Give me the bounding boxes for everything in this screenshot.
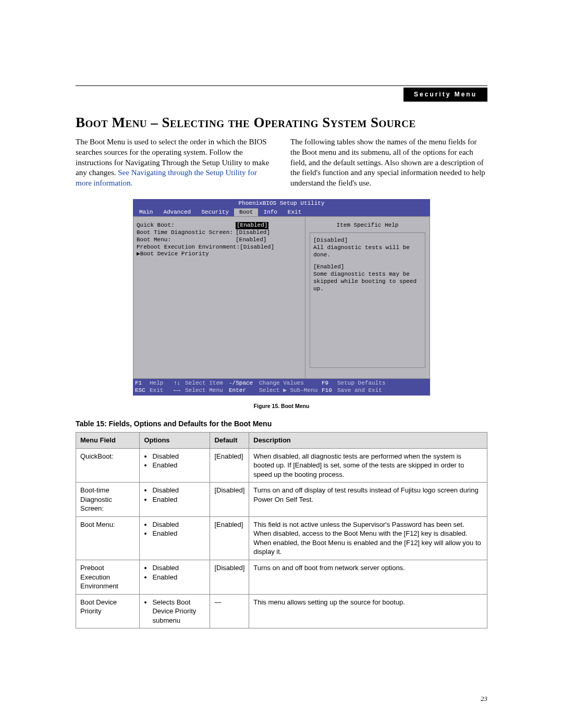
bios-help-text: All diagnostic tests will be done. <box>313 244 422 259</box>
key-label: F1 <box>135 380 150 387</box>
key-action: Select ▶ Sub-Menu <box>259 387 322 394</box>
th-menu-field: Menu Field <box>76 432 140 448</box>
bios-title: PhoenixBIOS Setup Utility <box>133 199 430 208</box>
cell-description: This menu allows setting up the source f… <box>249 594 487 628</box>
key-action: Setup Defaults <box>337 380 428 387</box>
key-action: Save and Exit <box>337 387 428 394</box>
bios-item-label: Boot Time Diagnostic Screen: <box>137 229 236 237</box>
intro-col2-text: The following tables show the names of t… <box>290 138 485 187</box>
cell-options: DisabledEnabled <box>140 448 210 483</box>
cell-default: [Enabled] <box>210 448 249 483</box>
cell-default: [Disabled] <box>210 560 249 595</box>
cell-options: DisabledEnabled <box>140 483 210 517</box>
cell-options: DisabledEnabled <box>140 516 210 560</box>
bios-tab-advanced[interactable]: Advanced <box>158 208 196 217</box>
bios-help-title: Item Specific Help <box>310 222 425 229</box>
cell-description: Turns on and off boot from network serve… <box>249 560 487 595</box>
bios-item[interactable]: Quick Boot: [Enabled] <box>137 222 302 229</box>
bios-item[interactable]: Boot Time Diagnostic Screen: [Disabled] <box>137 229 302 237</box>
bios-tab-exit[interactable]: Exit <box>283 208 307 217</box>
th-options: Options <box>140 432 210 448</box>
key-label: Enter <box>229 387 259 394</box>
bios-item-label: Preboot Execution Environment: <box>137 244 240 251</box>
table-row: Boot Device PrioritySelects Boot Device … <box>76 594 487 628</box>
cell-default: [Disabled] <box>210 483 249 517</box>
table-caption: Table 15: Fields, Options and Defaults f… <box>76 419 487 428</box>
bios-footer: F1 Help ↑↓ Select Item -/Space Change Va… <box>133 379 430 396</box>
intro-columns: The Boot Menu is used to select the orde… <box>76 137 487 189</box>
key-label: F10 <box>322 387 337 394</box>
key-action: Select Item <box>185 380 229 387</box>
cell-description: When disabled, all diagnostic tests are … <box>249 448 487 483</box>
cell-field: Boot Menu: <box>76 516 140 560</box>
cell-options: Selects Boot Device Priority submenu <box>140 594 210 628</box>
bios-item-value: [Enabled] <box>236 222 268 229</box>
table-row: Boot-time Diagnostic Screen:DisabledEnab… <box>76 483 487 517</box>
options-table: Menu Field Options Default Description Q… <box>76 432 487 628</box>
bios-tab-info[interactable]: Info <box>258 208 282 217</box>
key-label: ESC <box>135 387 150 394</box>
option-item: Enabled <box>152 573 205 582</box>
cell-field: Preboot Execution Environment <box>76 560 140 595</box>
bios-item[interactable]: Boot Menu: [Enabled] <box>137 237 302 244</box>
figure-caption: Figure 15. Boot Menu <box>76 403 487 409</box>
cell-field: Boot-time Diagnostic Screen: <box>76 483 140 517</box>
cell-default: — <box>210 594 249 628</box>
bios-item-label: Boot Menu: <box>137 237 236 244</box>
page-title: Boot Menu – Selecting the Operating Syst… <box>76 115 487 131</box>
bios-item-value: [Disabled] <box>240 244 274 251</box>
table-row: Preboot Execution EnvironmentDisabledEna… <box>76 560 487 595</box>
page-number: 23 <box>481 695 487 703</box>
key-label: ←→ <box>174 387 185 394</box>
option-item: Disabled <box>152 563 205 573</box>
option-item: Enabled <box>152 529 205 538</box>
table-row: QuickBoot:DisabledEnabled[Enabled]When d… <box>76 448 487 483</box>
cell-default: [Enabled] <box>210 516 249 560</box>
key-label: -/Space <box>229 380 259 387</box>
bios-screenshot: PhoenixBIOS Setup Utility Main Advanced … <box>133 199 430 396</box>
bios-submenu[interactable]: ▶ Boot Device Priority <box>137 251 302 258</box>
bios-tab-security[interactable]: Security <box>196 208 234 217</box>
key-label: F9 <box>322 380 337 387</box>
th-default: Default <box>210 432 249 448</box>
key-action: Exit <box>150 387 174 394</box>
bios-help-box: [Disabled] All diagnostic tests will be … <box>310 232 425 368</box>
option-item: Enabled <box>152 495 205 504</box>
bios-item-label: Quick Boot: <box>137 222 236 229</box>
key-label: ↑↓ <box>174 380 185 387</box>
key-action: Help <box>150 380 174 387</box>
th-description: Description <box>249 432 487 448</box>
cell-field: Boot Device Priority <box>76 594 140 628</box>
bios-tab-main[interactable]: Main <box>134 208 158 217</box>
cell-description: Turns on and off display of test results… <box>249 483 487 517</box>
bios-item[interactable]: Preboot Execution Environment: [Disabled… <box>137 244 302 251</box>
option-item: Disabled <box>152 520 205 529</box>
option-item: Disabled <box>152 452 205 461</box>
cell-options: DisabledEnabled <box>140 560 210 595</box>
bios-menubar: Main Advanced Security Boot Info Exit <box>133 208 430 217</box>
key-action: Select Menu <box>185 387 229 394</box>
table-row: Boot Menu:DisabledEnabled[Enabled]This f… <box>76 516 487 560</box>
cell-field: QuickBoot: <box>76 448 140 483</box>
bios-item-value: [Enabled] <box>236 237 266 244</box>
option-item: Selects Boot Device Priority submenu <box>152 598 205 625</box>
bios-help-text: [Enabled] <box>313 264 422 271</box>
bios-submenu-label: Boot Device Priority <box>140 251 209 258</box>
cell-description: This field is not active unless the Supe… <box>249 516 487 560</box>
bios-item-value: [Disabled] <box>236 229 270 237</box>
option-item: Enabled <box>152 461 205 470</box>
bios-help-text: Some diagnostic tests may be skipped whi… <box>313 271 422 292</box>
option-item: Disabled <box>152 486 205 495</box>
key-action: Change Values <box>259 380 322 387</box>
bios-help-text: [Disabled] <box>313 237 422 244</box>
bios-tab-boot[interactable]: Boot <box>234 208 258 217</box>
header-section-tag: Security Menu <box>403 88 487 102</box>
